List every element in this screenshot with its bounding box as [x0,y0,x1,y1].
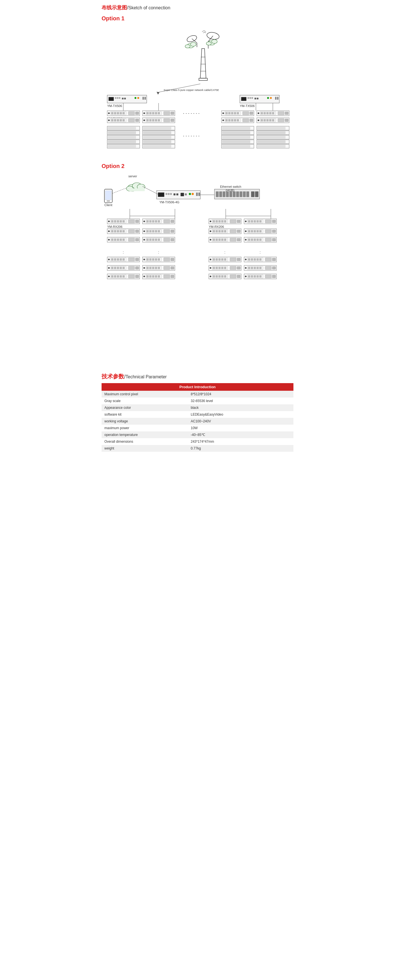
svg-rect-119 [278,119,284,122]
rx-right1-label: YM-RX206 [209,225,224,228]
svg-rect-100 [171,119,174,122]
svg-rect-369 [259,258,262,261]
svg-rect-180 [181,193,184,196]
svg-rect-286 [265,229,271,233]
svg-rect-385 [146,267,149,269]
svg-rect-74 [261,112,263,115]
table-row: weight0.77kg [102,445,293,452]
svg-rect-140 [143,145,171,148]
svg-rect-315 [224,239,226,241]
svg-rect-96 [152,119,154,121]
svg-rect-134 [108,140,136,143]
svg-rect-188 [219,191,222,197]
svg-line-201 [143,186,158,194]
svg-rect-398 [221,267,224,269]
svg-rect-255 [122,230,125,232]
svg-point-102 [223,120,224,121]
param-name: working voltage [102,418,188,425]
svg-rect-313 [218,239,221,241]
param-value: AC100~240V [188,418,293,425]
svg-point-42 [108,113,110,114]
switch-label1: Ethernet switch [220,185,241,188]
svg-point-185 [192,193,194,195]
svg-text::: : [123,250,124,255]
svg-rect-429 [158,275,160,278]
svg-rect-120 [285,119,288,122]
param-name: weight [102,445,188,452]
svg-rect-183 [198,192,200,196]
svg-rect-256 [128,229,135,233]
svg-rect-221 [146,220,149,223]
svg-rect-335 [111,258,113,261]
svg-rect-297 [135,238,139,241]
svg-rect-50 [135,112,139,115]
svg-rect-340 [128,258,135,261]
svg-rect-252 [114,230,116,232]
svg-text::: : [224,250,225,255]
svg-point-34 [252,97,253,99]
svg-point-209 [108,221,110,222]
svg-rect-427 [152,275,154,278]
svg-rect-273 [218,230,221,232]
svg-rect-136 [143,140,171,143]
svg-rect-217 [135,220,139,223]
param-value: 243*174*47mm [188,438,293,445]
svg-rect-417 [117,275,119,278]
svg-point-333 [108,259,110,260]
svg-rect-182 [196,192,198,196]
table-row: Gray scale32-65536 level [102,398,293,404]
svg-rect-401 [237,267,240,269]
svg-rect-54 [146,112,149,115]
svg-rect-142 [222,127,250,130]
svg-rect-192 [233,191,236,197]
svg-rect-285 [259,230,262,232]
tech-title-en: Technical Parameter [125,374,167,379]
svg-rect-79 [278,111,284,115]
tx2-label: YM-TX506 [240,104,255,108]
svg-rect-86 [117,119,119,121]
svg-rect-292 [114,239,116,241]
svg-rect-107 [234,119,236,121]
svg-rect-237 [237,220,240,223]
svg-rect-223 [152,220,154,223]
svg-rect-35 [254,98,256,99]
svg-rect-348 [155,258,157,261]
svg-rect-378 [120,267,122,269]
svg-rect-45 [114,112,116,115]
svg-rect-406 [251,267,253,269]
svg-rect-347 [152,258,154,261]
svg-rect-172 [107,200,110,202]
svg-rect-90 [135,119,139,122]
svg-rect-387 [152,267,154,269]
svg-point-12 [190,42,196,46]
svg-rect-396 [216,267,218,269]
svg-rect-435 [213,275,215,278]
option2-label: Option 2 [102,163,293,169]
svg-rect-448 [257,275,259,278]
param-name: Maximum control pixel [102,391,188,398]
svg-point-299 [144,239,145,240]
svg-rect-84 [111,119,113,121]
svg-rect-108 [237,119,239,121]
svg-rect-338 [120,258,122,261]
svg-rect-446 [251,275,253,278]
svg-rect-447 [254,275,256,278]
svg-rect-46 [117,112,119,115]
svg-rect-283 [254,230,256,232]
svg-rect-222 [149,220,152,223]
svg-rect-110 [250,119,253,122]
svg-rect-307 [171,238,174,241]
svg-rect-409 [259,267,262,269]
svg-rect-226 [163,220,170,223]
svg-rect-169 [129,188,145,191]
svg-point-184 [189,193,191,195]
option1-svg: Super Class 5 pure copper network cable/… [102,25,296,154]
svg-point-423 [144,276,145,277]
svg-rect-187 [216,191,219,197]
svg-rect-267 [171,230,174,233]
svg-rect-156 [257,140,286,143]
svg-rect-160 [257,145,286,148]
param-value: LEDEasy&EasyVideo [188,411,293,418]
svg-point-72 [258,113,259,114]
svg-rect-345 [146,258,149,261]
